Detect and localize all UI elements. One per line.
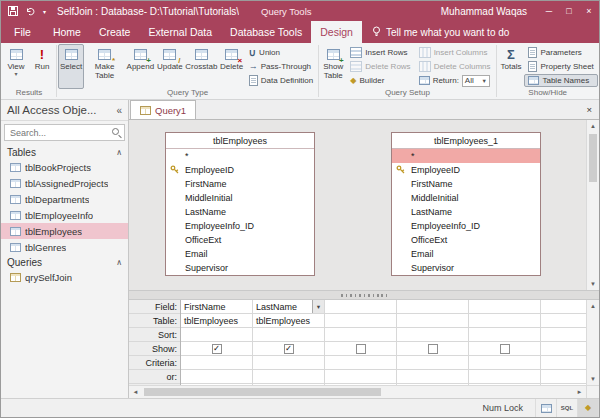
- field-row[interactable]: Email: [166, 247, 314, 261]
- sidebar-item-tbldepartments[interactable]: tblDepartments: [1, 191, 128, 207]
- scroll-up-button[interactable]: ▲: [587, 120, 599, 132]
- show-checkbox[interactable]: [500, 344, 510, 354]
- field-row[interactable]: *: [392, 149, 540, 163]
- scrollbar-thumb[interactable]: [589, 134, 597, 182]
- field-row[interactable]: Email: [392, 247, 540, 261]
- tab-design[interactable]: Design: [311, 21, 362, 43]
- table-cell[interactable]: [469, 314, 540, 328]
- union-button[interactable]: ∪ Union: [245, 46, 317, 59]
- field-cell[interactable]: LastName▼: [253, 300, 324, 314]
- sidebar-item-qryselfjoin[interactable]: qrySelfJoin: [1, 269, 128, 285]
- save-icon[interactable]: [8, 6, 18, 16]
- field-row[interactable]: EmployeeID: [392, 163, 540, 177]
- sort-cell[interactable]: [469, 328, 540, 342]
- field-row[interactable]: Supervisor: [166, 261, 314, 275]
- field-row[interactable]: LastName: [392, 205, 540, 219]
- table-names-button[interactable]: Table Names: [524, 74, 597, 87]
- delete-rows-button[interactable]: Delete Rows: [346, 60, 414, 73]
- sidebar-item-tblemployees[interactable]: tblEmployees: [1, 223, 128, 239]
- show-checkbox[interactable]: [212, 344, 222, 354]
- tab-file[interactable]: File: [1, 21, 44, 43]
- field-row[interactable]: Supervisor: [392, 261, 540, 275]
- scroll-right-button[interactable]: ►: [573, 386, 586, 398]
- datasheet-view-button[interactable]: [536, 399, 557, 417]
- field-row[interactable]: MiddleInitial: [166, 191, 314, 205]
- scroll-up-button[interactable]: ▲: [587, 300, 599, 312]
- sidebar-item-tblbookprojects[interactable]: tblBookProjects: [1, 159, 128, 175]
- scroll-left-button[interactable]: ◄: [129, 386, 142, 398]
- criteria-cell[interactable]: [181, 356, 252, 370]
- maximize-button[interactable]: □: [559, 1, 579, 21]
- tell-me-box[interactable]: Tell me what you want to do: [372, 21, 509, 43]
- return-combobox[interactable]: All ▼: [462, 75, 490, 87]
- append-button[interactable]: + Append: [125, 44, 155, 89]
- tab-home[interactable]: Home: [44, 21, 90, 43]
- select-query-button[interactable]: Select: [58, 44, 84, 89]
- make-table-button[interactable]: * Make Table: [84, 44, 125, 89]
- builder-button[interactable]: ◆ Builder: [346, 74, 414, 87]
- delete-query-button[interactable]: × Delete: [218, 44, 244, 89]
- field-cell[interactable]: ▼: [325, 300, 396, 314]
- qat-dropdown-icon[interactable]: ▾: [43, 8, 46, 15]
- scrollbar-thumb[interactable]: [144, 388, 381, 396]
- crosstab-button[interactable]: Crosstab: [184, 44, 218, 89]
- close-object-button[interactable]: ×: [579, 104, 599, 115]
- field-row[interactable]: OfficeExt: [166, 233, 314, 247]
- field-cell[interactable]: ▼: [397, 300, 468, 314]
- delete-columns-button[interactable]: Delete Columns: [415, 60, 495, 73]
- search-input[interactable]: [8, 127, 112, 139]
- criteria-cell[interactable]: [469, 356, 540, 370]
- criteria-cell[interactable]: [325, 356, 396, 370]
- navigation-pane-header[interactable]: All Access Obje... «: [1, 100, 128, 121]
- design-view-button[interactable]: ◆: [578, 399, 599, 417]
- field-row[interactable]: OfficeExt: [392, 233, 540, 247]
- undo-icon[interactable]: [25, 7, 36, 16]
- field-list-title[interactable]: tblEmployees: [166, 133, 314, 149]
- field-row[interactable]: EmployeeInfo_ID: [392, 219, 540, 233]
- parameters-button[interactable]: Parameters: [524, 46, 597, 59]
- sql-view-button[interactable]: SQL: [557, 399, 578, 417]
- tab-query1[interactable]: Query1: [130, 100, 196, 119]
- scroll-down-button[interactable]: ▼: [587, 373, 599, 385]
- field-row[interactable]: *: [166, 149, 314, 163]
- return-control[interactable]: Return: All ▼: [415, 74, 495, 87]
- insert-rows-button[interactable]: Insert Rows: [346, 46, 414, 59]
- sort-cell[interactable]: [253, 328, 324, 342]
- run-button[interactable]: ! Run: [29, 44, 55, 89]
- sort-cell[interactable]: [397, 328, 468, 342]
- tab-create[interactable]: Create: [90, 21, 140, 43]
- sort-cell[interactable]: [181, 328, 252, 342]
- minimize-button[interactable]: ─: [539, 1, 559, 21]
- or-cell[interactable]: [469, 370, 540, 384]
- show-cell[interactable]: [253, 342, 324, 356]
- criteria-cell[interactable]: [397, 356, 468, 370]
- field-row[interactable]: EmployeeID: [166, 163, 314, 177]
- section-queries[interactable]: Queries ∧: [1, 255, 128, 269]
- shutter-bar-collapse-icon[interactable]: «: [116, 105, 122, 116]
- show-checkbox[interactable]: [428, 344, 438, 354]
- tab-database-tools[interactable]: Database Tools: [221, 21, 311, 43]
- update-button[interactable]: / Update: [156, 44, 185, 89]
- or-cell[interactable]: [325, 370, 396, 384]
- sidebar-item-tblemployeeinfo[interactable]: tblEmployeeInfo: [1, 207, 128, 223]
- show-checkbox[interactable]: [284, 344, 294, 354]
- table-cell[interactable]: [325, 314, 396, 328]
- show-checkbox[interactable]: [356, 344, 366, 354]
- show-cell[interactable]: [397, 342, 468, 356]
- field-row[interactable]: EmployeeInfo_ID: [166, 219, 314, 233]
- field-row[interactable]: FirstName: [392, 177, 540, 191]
- field-cell[interactable]: FirstName▼: [181, 300, 252, 314]
- close-button[interactable]: ×: [579, 1, 599, 21]
- show-cell[interactable]: [181, 342, 252, 356]
- show-cell[interactable]: [469, 342, 540, 356]
- user-name[interactable]: Muhammad Waqas: [441, 6, 539, 17]
- table-cell[interactable]: tblEmployees: [253, 314, 324, 328]
- sort-cell[interactable]: [325, 328, 396, 342]
- scroll-down-button[interactable]: ▼: [587, 278, 599, 290]
- show-cell[interactable]: [325, 342, 396, 356]
- or-cell[interactable]: [181, 370, 252, 384]
- tab-external-data[interactable]: External Data: [139, 21, 221, 43]
- or-cell[interactable]: [253, 370, 324, 384]
- field-row[interactable]: LastName: [166, 205, 314, 219]
- property-sheet-button[interactable]: Property Sheet: [524, 60, 597, 73]
